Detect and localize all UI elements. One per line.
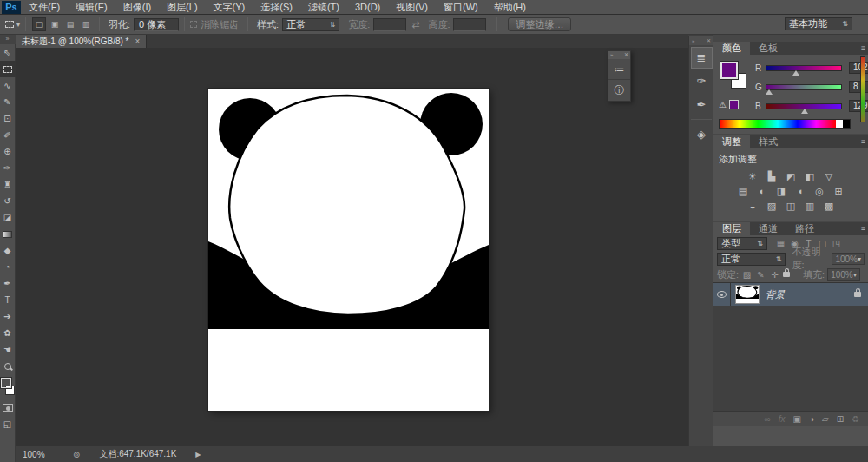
gradient-map-icon[interactable]: ▥ [803, 200, 818, 212]
exposure-icon[interactable]: ◧ [803, 170, 818, 182]
vibrance-icon[interactable]: ▽ [822, 170, 837, 182]
lock-move-icon[interactable]: ✛ [769, 270, 780, 280]
eraser-tool[interactable]: ◪ [0, 209, 16, 226]
type-tool[interactable]: T [0, 292, 16, 308]
status-options-arrow-icon[interactable]: ▶ [195, 451, 201, 459]
blue-slider-thumb[interactable] [801, 109, 808, 114]
tab-swatches[interactable]: 色板 [750, 42, 786, 55]
add-layer-mask-icon[interactable]: ▣ [792, 414, 800, 424]
path-selection-tool[interactable]: ➔ [0, 308, 16, 325]
vertical-hue-strip[interactable] [860, 56, 865, 122]
lock-transparency-icon[interactable]: ▨ [741, 270, 753, 280]
gamut-color-swatch[interactable] [729, 100, 739, 109]
menu-filter[interactable]: 滤镜(T) [300, 0, 347, 14]
feather-input[interactable]: 0 像素 [134, 18, 179, 31]
info-panel-button[interactable]: ⓘ [608, 80, 630, 101]
screen-mode-button[interactable]: ◱ [0, 416, 16, 432]
brightness-contrast-icon[interactable]: ☀ [746, 170, 760, 182]
hue-saturation-icon[interactable]: ▤ [736, 185, 751, 197]
workspace-switcher-button[interactable]: 基本功能 ⇅ [785, 17, 852, 30]
tool-preset-picker[interactable]: ▾ [5, 21, 20, 29]
levels-icon[interactable]: ▙ [765, 170, 779, 182]
gradient-tool[interactable] [0, 226, 16, 242]
foreground-color-swatch[interactable] [720, 62, 738, 79]
filter-smart-object-icon[interactable]: ◳ [831, 239, 842, 248]
collapse-icon[interactable]: » [610, 51, 613, 59]
channel-mixer-icon[interactable]: ◎ [812, 185, 827, 197]
document-canvas[interactable] [208, 89, 489, 411]
delete-layer-icon[interactable]: ♻ [852, 414, 859, 424]
menu-window[interactable]: 窗口(W) [436, 0, 486, 14]
antialias-checkbox[interactable] [190, 21, 197, 28]
green-slider[interactable] [766, 84, 842, 90]
swap-dimensions-icon[interactable]: ⇄ [411, 19, 419, 30]
photo-filter-icon[interactable]: ◖ [793, 185, 808, 197]
tab-adjustments[interactable]: 调整 [713, 135, 750, 148]
invert-icon[interactable]: ◒ [746, 200, 760, 212]
opacity-input[interactable]: 100% ▾ [832, 253, 865, 265]
panel-menu-icon[interactable]: ≡ [861, 43, 865, 52]
move-tool[interactable]: ⇖ [0, 44, 16, 61]
red-slider[interactable] [766, 65, 842, 71]
crop-tool[interactable]: ⊡ [0, 110, 16, 127]
selection-mode-new-button[interactable]: ▢ [32, 17, 46, 31]
color-lookup-icon[interactable]: ⊞ [832, 185, 846, 197]
menu-select[interactable]: 选择(S) [253, 0, 300, 14]
spectrum-gradient[interactable] [720, 120, 836, 128]
lasso-tool[interactable]: ∿ [0, 77, 16, 94]
toolbar-collapse-button[interactable]: » [0, 35, 16, 44]
white-swatch[interactable] [836, 120, 843, 128]
selection-mode-add-button[interactable]: ▣ [48, 17, 62, 31]
history-panel-button[interactable]: ≣ [691, 47, 713, 69]
layer-style-fx-icon[interactable]: fx [779, 414, 786, 424]
tab-paths[interactable]: 路径 [786, 222, 823, 235]
new-layer-icon[interactable]: ⊞ [837, 414, 844, 424]
layer-thumbnail[interactable] [736, 286, 759, 303]
collapse-icon[interactable]: » [692, 36, 694, 45]
menu-layer[interactable]: 图层(L) [159, 0, 205, 14]
green-slider-thumb[interactable] [766, 89, 773, 95]
pen-tool[interactable]: ✒ [0, 275, 16, 292]
properties-panel-button[interactable]: ≔ [608, 59, 630, 80]
menu-3d[interactable]: 3D(D) [347, 0, 388, 14]
menu-file[interactable]: 文件(F) [21, 0, 68, 14]
visibility-toggle[interactable] [713, 283, 731, 306]
curves-icon[interactable]: ◩ [784, 170, 799, 182]
posterize-icon[interactable]: ▨ [765, 200, 779, 212]
menu-view[interactable]: 视图(V) [388, 0, 436, 14]
shape-tool[interactable]: ✿ [0, 325, 16, 341]
history-brush-tool[interactable]: ↺ [0, 193, 16, 209]
threshold-icon[interactable]: ◫ [784, 200, 799, 212]
filter-type-dropdown[interactable]: 类型 ⇅ [717, 237, 767, 250]
new-group-icon[interactable]: ▱ [822, 414, 829, 424]
lock-paint-icon[interactable]: ✎ [755, 270, 766, 280]
warning-icon[interactable]: ⚠ [719, 100, 727, 109]
close-icon[interactable]: ✕ [624, 51, 628, 59]
filter-pixel-icon[interactable]: ▦ [775, 239, 786, 248]
tab-channels[interactable]: 通道 [750, 222, 786, 235]
height-input[interactable] [453, 18, 486, 31]
quick-mask-button[interactable] [0, 399, 16, 416]
brush-tool[interactable]: ✑ [0, 160, 16, 176]
width-input[interactable] [373, 18, 406, 31]
selection-mode-subtract-button[interactable]: ▤ [63, 17, 77, 31]
tab-color[interactable]: 颜色 [713, 42, 750, 55]
close-tab-icon[interactable]: × [135, 36, 141, 46]
quick-selection-tool[interactable]: ✎ [0, 94, 16, 110]
close-icon[interactable]: ✕ [707, 36, 711, 45]
hand-tool[interactable]: ☚ [0, 341, 16, 358]
fill-input[interactable]: 100% ▾ [827, 268, 860, 280]
menu-help[interactable]: 帮助(H) [486, 0, 534, 14]
clone-source-panel-button[interactable]: ✒ [691, 94, 713, 116]
new-adjustment-layer-icon[interactable]: ◑ [809, 414, 814, 424]
tab-layers[interactable]: 图层 [713, 222, 750, 235]
zoom-tool[interactable] [0, 358, 16, 374]
selection-mode-intersect-button[interactable]: ▥ [79, 17, 93, 31]
black-white-icon[interactable]: ◨ [774, 185, 789, 197]
color-spectrum-ramp[interactable] [719, 119, 851, 129]
healing-brush-tool[interactable]: ⊕ [0, 143, 16, 160]
color-balance-icon[interactable]: ◐ [755, 185, 770, 197]
link-layers-icon[interactable]: ∞ [765, 414, 771, 424]
selective-color-icon[interactable]: ▩ [822, 200, 837, 212]
refine-edge-button[interactable]: 调整边缘… [508, 17, 571, 31]
